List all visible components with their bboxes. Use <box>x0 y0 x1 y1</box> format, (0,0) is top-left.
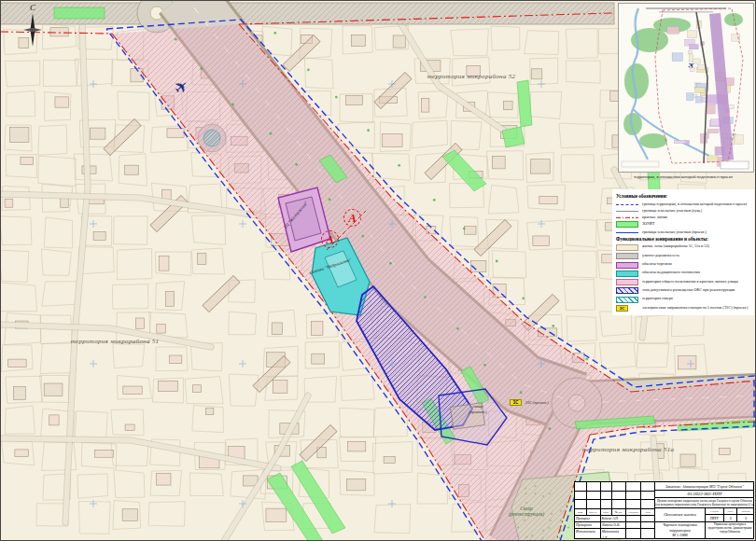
compass-rose: С <box>17 3 49 53</box>
label-skver-recon: Сквер (реконструкция) <box>489 506 564 517</box>
ezs-badge-swatch: ЗС <box>616 305 628 312</box>
signature-row: Проверил Козлов А.П. <box>575 516 654 522</box>
legend-item: зона допустимого размещения ОКС при реко… <box>616 287 752 295</box>
residential-fill-swatch <box>616 244 638 251</box>
blue-line-swatch <box>616 232 638 233</box>
drawing-title: Чертеж планировки территории М 1:1000 <box>655 522 706 538</box>
legend-item: красные линии <box>616 215 752 219</box>
public-territory-fill-swatch <box>616 279 638 285</box>
inset-map-panel: ✈ <box>618 3 754 173</box>
skver-hatch-swatch <box>616 297 638 303</box>
organization-name: Управление архитектуры и градостроительс… <box>706 522 754 538</box>
section-marker-a-2: А <box>321 230 339 248</box>
label-microdistrict-51a: территория микрорайона 51а <box>566 446 691 453</box>
title-block-bottom: Чертеж планировки территории М 1:1000 Уп… <box>655 522 754 538</box>
legend-boundaries-title: Условные обозначения: <box>616 193 752 199</box>
title-block: Изм. Кол.уч. Лист № док. Подпись Дата Пр… <box>574 481 754 539</box>
compass-needle-icon <box>19 12 47 49</box>
legend-item: территория сквера <box>616 296 752 303</box>
title-block-empty-row <box>575 482 654 492</box>
red-dashdot-line-swatch <box>616 217 638 219</box>
title-block-empty-row <box>575 492 654 501</box>
legend-zoning-title: Функциональное зонирование и объекты: <box>616 236 752 242</box>
document-number: 01/2022-001-ППТ <box>655 491 754 498</box>
title-block-signatures: Изм. Кол.уч. Лист № док. Подпись Дата Пр… <box>575 482 655 538</box>
ezs-station-marker: ЗС <box>510 399 522 406</box>
section-marker-a-1: А <box>343 209 361 227</box>
legend-panel: Условные обозначения: граница территории… <box>612 189 754 315</box>
legend-item: границы земельных участков (сущ.) <box>616 208 752 213</box>
legend-item: границы земельных участков (проект.) <box>616 229 752 234</box>
title-block-empty-row <box>575 500 654 509</box>
label-microdistrict-51: территория микрорайона 51 <box>54 338 175 345</box>
gray-line-swatch <box>616 211 638 212</box>
customer-line: Заказчик: Администрация МО "Город Обнинс… <box>655 482 754 491</box>
oks-zone-hatch-swatch <box>616 287 638 294</box>
legend-item: ЗС электрическая заправочная станция на … <box>616 305 752 312</box>
legend-item: объекты медицинского назначения <box>616 270 752 277</box>
title-block-header-row: Изм. Кол.уч. Лист № док. Подпись Дата <box>575 509 654 517</box>
legend-item: граница территории, в отношении которой … <box>616 201 752 206</box>
compass-north-label: С <box>17 3 49 12</box>
inset-caption: территория, в отношении которой подготов… <box>610 174 756 179</box>
legend-item: ЗОУИТ <box>616 221 752 229</box>
legend-item: улично-дорожная сеть <box>616 253 752 260</box>
legend-item: объекты торговли <box>616 261 752 269</box>
trade-fill-swatch <box>616 262 638 269</box>
title-block-main: Заказчик: Администрация МО "Город Обнинс… <box>655 482 754 538</box>
inset-map-drawing: ✈ <box>618 3 754 173</box>
green-fill-swatch <box>616 221 638 228</box>
legend-item: жилые зоны (микрорайоны 51, 51а и 52) <box>616 243 752 251</box>
signature-row: Исполнитель Мельникова А.Д. <box>575 529 654 538</box>
signature-row: Проверила Лапина О.В. <box>575 522 654 529</box>
stage-table: Стадия Лист Листов ППТ 3 5 <box>706 508 754 521</box>
label-skver-project: сквер (проект.) <box>455 404 500 414</box>
project-title: Проект планировки территории части улицы… <box>655 498 754 508</box>
title-block-middle: Основная часть Стадия Лист Листов ППТ 3 … <box>655 508 754 522</box>
dashed-blue-line-swatch <box>616 204 638 205</box>
medical-fill-swatch <box>616 270 638 277</box>
street-network-fill-swatch <box>616 253 638 259</box>
label-microdistrict-52: территория микрорайона 52 <box>411 73 532 80</box>
legend-item: территория общего пользования в красных … <box>616 279 752 286</box>
plan-sheet: ✈ С территория микрорайона 52 территория… <box>0 0 756 541</box>
label-ezs: ЭЗС (проект.) <box>525 400 549 405</box>
section-name: Основная часть <box>655 508 706 521</box>
